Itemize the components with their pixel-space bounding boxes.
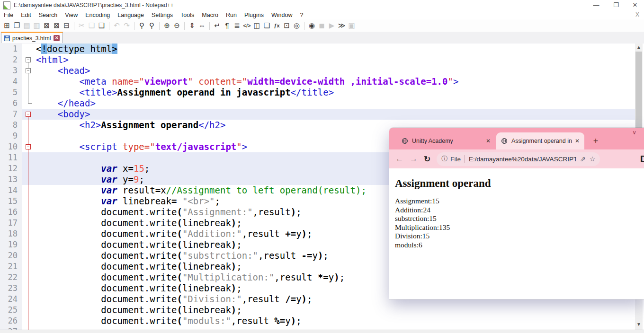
info-icon[interactable]: ⓘ [441,155,447,163]
code-line-2[interactable]: <html> [22,54,635,65]
code-token: document.write [101,305,177,315]
chevron-down-icon[interactable]: ∨ [632,129,636,136]
menu-plugins[interactable]: Plugins [241,12,268,18]
browser-tab-close-icon[interactable]: ✕ [575,138,580,144]
browser-tab-assignment-operand[interactable]: Assignment operand in ja ✕ [496,132,584,149]
menu-edit[interactable]: Edit [17,12,35,18]
code-token: document.write [101,250,177,261]
replace-icon[interactable]: ⚲ [147,20,157,31]
code-token [36,239,101,250]
toolbar-separator [109,22,109,30]
menu-?[interactable]: ? [296,12,307,18]
zoom-out-icon[interactable]: ⊖ [172,20,182,31]
menu-settings[interactable]: Settings [148,12,177,18]
back-button[interactable]: ← [395,154,403,164]
fold-collapse-icon-line-7[interactable]: − [26,112,31,117]
code-token: y [285,315,290,326]
share-icon[interactable]: ⇗ [580,155,586,163]
code-token: viewport [144,76,188,87]
code-line-3[interactable]: <head> [22,65,635,76]
code-token: ; [215,196,220,206]
code-token: = [128,163,134,174]
zoom-in-icon[interactable]: ⊕ [162,20,172,31]
output-line: Assignment:15 [395,197,644,206]
code-line-5[interactable]: <title>Assignment operand in javascript<… [22,87,635,98]
sync-horizontal-scroll-icon[interactable]: ⇔ [197,20,207,31]
code-line-26[interactable]: document.write("moduls:",result %=y); [22,315,635,326]
output-line: Multiplication:135 [395,223,644,232]
code-line-1[interactable]: <!doctype html> [22,44,635,54]
code-token: y [296,228,301,239]
menu-run[interactable]: Run [222,12,241,18]
browser-tab-close-icon[interactable]: ✕ [486,138,491,144]
view-in-browser-icon[interactable]: </> [242,20,252,31]
close-file-icon[interactable]: ⊠ [42,20,52,31]
code-token [36,196,101,206]
word-wrap-icon[interactable]: ↵ [212,20,222,31]
forward-button[interactable]: → [410,154,418,164]
new-file-icon[interactable]: ⊞ [2,20,12,31]
menubar-close-x[interactable]: X [635,10,639,19]
address-bar[interactable]: ⓘ File E:/damayantee%20data/JAVASCRIPT/p… [437,152,600,166]
reload-button[interactable]: ↻ [424,154,430,164]
scroll-up-arrow-icon[interactable]: ▲ [635,44,643,51]
code-line-25[interactable]: document.write(linebreak); [22,305,635,315]
code-line-6[interactable]: </head> [22,98,635,109]
menu-tools[interactable]: Tools [177,12,198,18]
desktop-screen: E:\damayantee data\JAVASCRIPT\practies_3… [0,0,644,333]
macro-run-multiple-icon[interactable]: ≫ [337,20,347,31]
menu-file[interactable]: File [0,12,17,18]
code-token: linebreak [182,283,231,293]
address-divider [465,155,465,163]
line-number: 14 [0,185,22,196]
menu-encoding[interactable]: Encoding [81,12,114,18]
code-token: linebreak [182,305,231,315]
menu-language[interactable]: Language [114,12,148,18]
toolbar-separator [184,22,185,30]
sync-vertical-scroll-icon[interactable]: ⇕ [187,20,197,31]
close-button[interactable]: ✕ [627,0,643,10]
line-number: 3 [0,65,22,76]
code-token [36,272,101,282]
code-line-7[interactable]: <body> [22,109,635,120]
monitoring-icon[interactable]: ⊡ [282,20,292,31]
screen-capture-icon[interactable]: ◎ [292,20,302,31]
fold-collapse-icon-line-2[interactable]: − [26,57,31,62]
minimize-button[interactable]: — [588,0,604,10]
profile-avatar[interactable]: D [640,153,644,165]
fold-collapse-icon-line-10[interactable]: − [26,144,31,149]
close-all-icon[interactable]: ⊠ [52,20,62,31]
code-token: name= [112,76,139,87]
find-icon[interactable]: ⚲ [137,20,147,31]
indent-guide-icon[interactable]: ≣ [232,20,242,31]
code-token: var [101,196,117,206]
menu-macro[interactable]: Macro [198,12,222,18]
function-list-icon[interactable]: ƒx [272,20,282,31]
browser-tab-unitty-academy[interactable]: Unitty Academy ✕ [397,132,495,149]
macro-save-icon: ▣ [347,20,357,31]
line-number: 9 [0,131,22,141]
address-url[interactable]: E:/damayantee%20data/JAVASCRIPT/prac... [469,156,576,163]
code-token: ) [231,283,236,293]
tab-practies-3-html[interactable]: practies_3.html ✕ [1,32,63,43]
menu-search[interactable]: Search [35,12,62,18]
open-file-icon[interactable]: ❐ [12,20,22,31]
scroll-down-arrow-icon[interactable]: ▼ [635,321,643,328]
tab-close-icon[interactable]: ✕ [54,35,60,41]
browser-navbar: ← → ↻ ⓘ File E:/damayantee%20data/JAVASC… [389,149,644,168]
bookmark-star-icon[interactable]: ☆ [590,155,596,163]
document-list-icon[interactable]: ❏ [262,20,272,31]
document-map-icon[interactable]: ◫ [252,20,262,31]
maximize-button[interactable]: ❐ [608,0,624,10]
print-icon[interactable]: ⊟ [62,20,72,31]
fold-collapse-icon-line-3[interactable]: − [26,68,31,73]
paste-icon[interactable]: ❑ [97,20,107,31]
menu-view[interactable]: View [61,12,81,18]
code-line-4[interactable]: <meta name="viewport" content="width=dev… [22,76,635,87]
macro-record-icon[interactable]: ◉ [307,20,317,31]
code-line-27[interactable] [22,326,635,330]
show-all-characters-icon[interactable]: ¶ [222,20,232,31]
new-tab-button[interactable]: + [590,135,601,147]
code-token: ( [177,315,182,326]
menu-window[interactable]: Window [268,12,296,18]
